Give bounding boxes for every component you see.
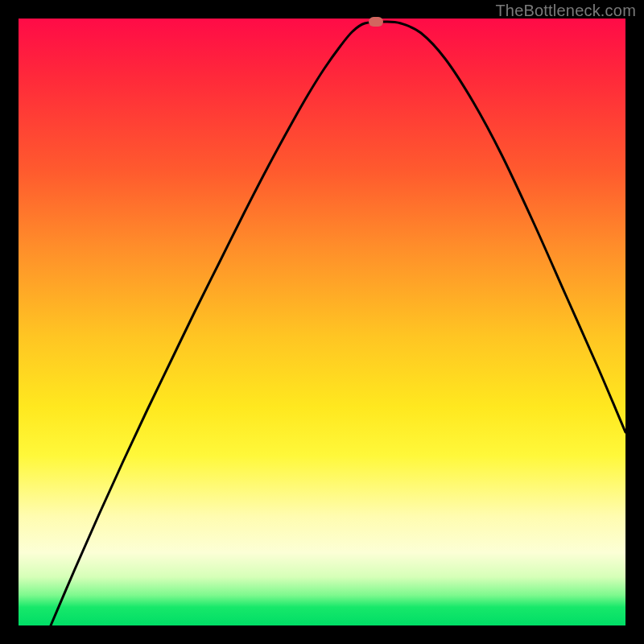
bottleneck-curve	[19, 19, 625, 625]
minimum-marker	[369, 17, 383, 27]
watermark-text: TheBottleneck.com	[495, 2, 636, 20]
chart-plot-area	[19, 19, 625, 625]
chart-frame: TheBottleneck.com	[0, 0, 644, 644]
